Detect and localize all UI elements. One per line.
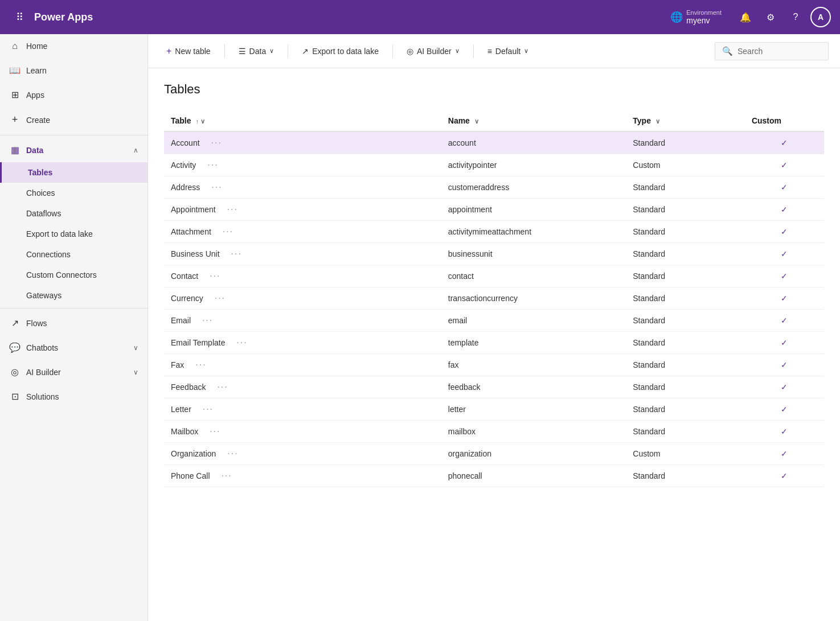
sidebar-item-flows[interactable]: ↗ Flows xyxy=(0,311,147,335)
cell-name: activitypointer xyxy=(441,154,626,176)
more-options-icon[interactable]: ··· xyxy=(221,471,232,480)
cell-table-name: Currency ··· xyxy=(164,287,441,310)
more-options-icon[interactable]: ··· xyxy=(236,338,247,347)
col-header-type[interactable]: Type ∨ xyxy=(626,110,745,131)
checkmark-icon: ✓ xyxy=(781,449,788,458)
table-row[interactable]: Fax ··· fax Standard ✓ xyxy=(164,354,824,376)
settings-button[interactable]: ⚙ xyxy=(760,7,781,27)
table-row[interactable]: Address ··· customeraddress Standard ✓ xyxy=(164,176,824,199)
type-sort-icons: ∨ xyxy=(655,118,660,125)
more-options-icon[interactable]: ··· xyxy=(217,382,228,392)
sidebar-item-tables[interactable]: Tables xyxy=(0,162,147,183)
user-avatar[interactable]: A xyxy=(810,7,831,27)
more-options-icon[interactable]: ··· xyxy=(195,360,206,369)
cell-custom: ✓ xyxy=(745,287,824,310)
ai-builder-btn-label: AI Builder xyxy=(417,47,452,56)
table-row[interactable]: Letter ··· letter Standard ✓ xyxy=(164,398,824,421)
sidebar-item-connections[interactable]: Connections xyxy=(0,244,147,265)
sidebar-item-solutions[interactable]: ⊡ Solutions xyxy=(0,384,147,409)
sidebar-item-export-data-lake[interactable]: Export to data lake xyxy=(0,224,147,244)
cell-type: Standard xyxy=(626,243,745,265)
row-type-value: Standard xyxy=(633,316,665,325)
sidebar-label-export-data-lake: Export to data lake xyxy=(26,229,93,238)
new-table-button[interactable]: + New table xyxy=(159,42,218,61)
sidebar-label-gateways: Gateways xyxy=(26,291,62,300)
search-box[interactable]: 🔍 Search xyxy=(715,42,829,60)
sidebar-item-data[interactable]: ▦ Data ∧ xyxy=(0,138,147,162)
sidebar-item-gateways[interactable]: Gateways xyxy=(0,285,147,306)
sidebar-label-tables: Tables xyxy=(28,168,52,177)
row-type-value: Standard xyxy=(633,338,665,347)
row-type-value: Standard xyxy=(633,272,665,281)
data-chevron-icon: ∧ xyxy=(133,146,138,154)
more-options-icon[interactable]: ··· xyxy=(202,315,213,325)
table-sort-icons: ↑ ∨ xyxy=(195,118,205,125)
col-table-label: Table xyxy=(171,116,191,125)
sidebar-item-create[interactable]: + Create xyxy=(0,107,147,133)
table-row[interactable]: Email Template ··· template Standard ✓ xyxy=(164,332,824,354)
sidebar-label-data: Data xyxy=(26,146,128,155)
more-options-icon[interactable]: ··· xyxy=(215,293,226,303)
table-row[interactable]: Currency ··· transactioncurrency Standar… xyxy=(164,287,824,310)
default-button[interactable]: ≡ Default ∨ xyxy=(481,42,536,60)
export-button[interactable]: ↗ Export to data lake xyxy=(295,42,386,60)
flows-icon: ↗ xyxy=(9,318,21,328)
data-button[interactable]: ☰ Data ∨ xyxy=(232,42,281,60)
table-row[interactable]: Feedback ··· feedback Standard ✓ xyxy=(164,376,824,398)
sidebar-item-chatbots[interactable]: 💬 Chatbots ∨ xyxy=(0,335,147,360)
sidebar-item-learn[interactable]: 📖 Learn xyxy=(0,58,147,83)
ai-builder-btn-icon: ◎ xyxy=(407,47,413,56)
row-name-value: account xyxy=(448,138,476,147)
table-row[interactable]: Activity ··· activitypointer Custom ✓ xyxy=(164,154,824,176)
sidebar-item-apps[interactable]: ⊞ Apps xyxy=(0,83,147,107)
cell-table-name: Feedback ··· xyxy=(164,376,441,398)
more-options-icon[interactable]: ··· xyxy=(231,249,241,258)
more-options-icon[interactable]: ··· xyxy=(207,160,218,170)
sidebar-item-home[interactable]: ⌂ Home xyxy=(0,34,147,58)
sidebar-label-create: Create xyxy=(26,116,138,125)
cell-type: Standard xyxy=(626,332,745,354)
more-options-icon[interactable]: ··· xyxy=(211,182,222,192)
checkmark-icon: ✓ xyxy=(781,405,788,414)
cell-type: Standard xyxy=(626,287,745,310)
help-button[interactable]: ? xyxy=(785,7,806,27)
cell-name: activitymimeattachment xyxy=(441,221,626,243)
table-row[interactable]: Phone Call ··· phonecall Standard ✓ xyxy=(164,465,824,487)
sidebar-label-connections: Connections xyxy=(26,250,71,259)
col-header-name[interactable]: Name ∨ xyxy=(441,110,626,131)
more-options-icon[interactable]: ··· xyxy=(227,449,238,458)
sidebar-item-custom-connectors[interactable]: Custom Connectors xyxy=(0,265,147,285)
table-row[interactable]: Attachment ··· activitymimeattachment St… xyxy=(164,221,824,243)
more-options-icon[interactable]: ··· xyxy=(210,426,220,436)
cell-table-name: Letter ··· xyxy=(164,398,441,421)
home-icon: ⌂ xyxy=(9,41,21,51)
notification-button[interactable]: 🔔 xyxy=(735,7,756,27)
table-row[interactable]: Contact ··· contact Standard ✓ xyxy=(164,265,824,287)
col-header-table[interactable]: Table ↑ ∨ xyxy=(164,110,441,131)
waffle-icon[interactable]: ⠿ xyxy=(9,7,30,27)
sidebar-item-dataflows[interactable]: Dataflows xyxy=(0,203,147,224)
table-row[interactable]: Organization ··· organization Custom ✓ xyxy=(164,443,824,465)
table-row[interactable]: Email ··· email Standard ✓ xyxy=(164,310,824,332)
ai-builder-button[interactable]: ◎ AI Builder ∨ xyxy=(400,42,466,60)
more-options-icon[interactable]: ··· xyxy=(227,204,238,214)
table-row[interactable]: Mailbox ··· mailbox Standard ✓ xyxy=(164,421,824,443)
row-table-label: Mailbox xyxy=(171,427,198,436)
cell-table-name: Appointment ··· xyxy=(164,199,441,221)
more-options-icon[interactable]: ··· xyxy=(203,404,214,414)
data-chevron-icon: ∨ xyxy=(269,47,274,55)
cell-name: phonecall xyxy=(441,465,626,487)
more-options-icon[interactable]: ··· xyxy=(211,138,222,147)
sidebar-item-choices[interactable]: Choices xyxy=(0,183,147,203)
cell-custom: ✓ xyxy=(745,465,824,487)
more-options-icon[interactable]: ··· xyxy=(223,227,233,236)
cell-type: Custom xyxy=(626,154,745,176)
toolbar-divider-3 xyxy=(392,44,393,58)
row-name-value: activitypointer xyxy=(448,161,497,170)
table-row[interactable]: Account ··· account Standard ✓ xyxy=(164,131,824,154)
table-row[interactable]: Appointment ··· appointment Standard ✓ xyxy=(164,199,824,221)
checkmark-icon: ✓ xyxy=(781,205,788,214)
sidebar-item-ai-builder[interactable]: ◎ AI Builder ∨ xyxy=(0,360,147,384)
more-options-icon[interactable]: ··· xyxy=(210,271,220,281)
table-row[interactable]: Business Unit ··· businessunit Standard … xyxy=(164,243,824,265)
